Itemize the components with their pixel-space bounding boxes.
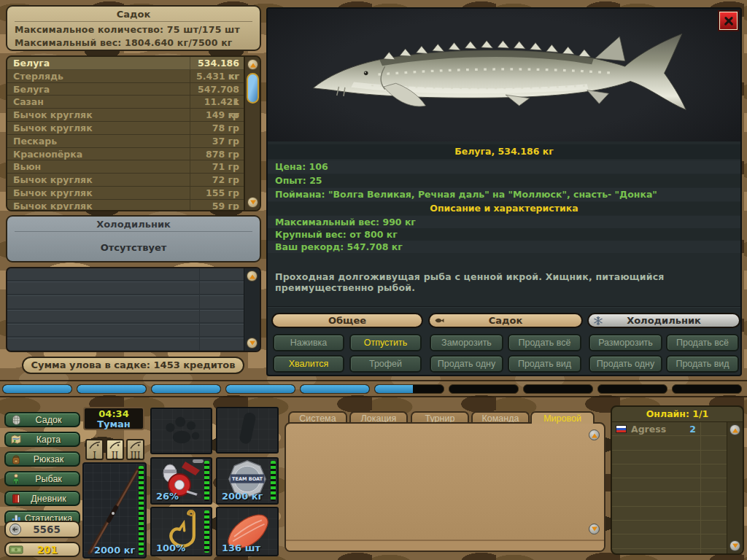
fish-row[interactable]: Бычок кругляк72 гр <box>7 174 244 187</box>
scroll-thumb[interactable] <box>247 73 259 104</box>
keepnet-max-count: Максимальное количество: 75 шт/175 шт <box>15 24 252 35</box>
fish-row[interactable]: Белуга534.186 кг <box>7 57 244 70</box>
tab-common[interactable]: Общее <box>271 313 423 328</box>
sell-all-keepnet-button[interactable]: Продать всё <box>508 334 581 351</box>
fish-rows: Белуга534.186 кг Стерлядь5.431 кг Белуга… <box>7 57 244 210</box>
chat-input[interactable] <box>286 540 604 551</box>
slot-empty-tube[interactable] <box>216 407 279 454</box>
table-row[interactable] <box>7 296 244 310</box>
chat-panel <box>285 422 605 552</box>
money-counter[interactable]: 201 <box>4 542 80 557</box>
sidebar-item-diary[interactable]: Дневник <box>4 491 80 506</box>
fridge-table-rows <box>7 268 244 351</box>
sidebar-item-keepnet[interactable]: Садок <box>4 412 80 427</box>
scroll-up-button[interactable] <box>247 271 258 281</box>
triangle-down-icon <box>732 543 738 548</box>
fish-row[interactable]: Краснопёрка878 гр <box>7 148 244 161</box>
divider <box>0 396 747 397</box>
rod-slot[interactable]: 2000 кг <box>82 462 147 559</box>
column-divider <box>199 268 200 351</box>
fish-row[interactable]: Стерлядь5.431 кг <box>7 70 244 83</box>
rod-tab-1[interactable]: I <box>85 439 104 460</box>
fish-row[interactable]: Бычок кругляк59 гр <box>7 200 244 211</box>
sell-one-fridge-button[interactable]: Продать одну <box>589 355 662 373</box>
online-scrollbar[interactable] <box>727 422 743 553</box>
slot-hook[interactable]: 100% <box>150 507 212 556</box>
fish-row[interactable]: Сазан11.421 кг <box>7 96 244 109</box>
close-button[interactable] <box>719 12 738 30</box>
slot-reel[interactable]: 26% <box>150 457 212 505</box>
scroll-up-button[interactable] <box>729 424 740 435</box>
chat-scroll-down-button[interactable] <box>589 524 600 534</box>
banknote-icon <box>9 544 23 556</box>
online-panel: Онлайн: 1/1 Agress 2 <box>611 405 744 555</box>
tab-fridge[interactable]: Холодильник <box>587 313 740 328</box>
triangle-up-icon <box>592 433 597 438</box>
online-player-row[interactable]: Agress <box>612 422 727 436</box>
brag-button[interactable]: Хвалится <box>273 355 344 373</box>
table-row[interactable] <box>7 282 244 296</box>
fridge-status: Отсутствует <box>15 242 252 253</box>
sidebar-item-fisherman[interactable]: Рыбак <box>4 471 80 486</box>
line-capacity-label: 2000 кг <box>222 491 263 502</box>
fish-row[interactable]: Пескарь37 гр <box>7 135 244 148</box>
scroll-up-button[interactable] <box>247 59 258 70</box>
table-row[interactable] <box>7 311 244 324</box>
unfreeze-button[interactable]: Разморозить <box>589 334 662 351</box>
sidebar-item-backpack[interactable]: Рюкзак <box>4 451 80 467</box>
online-empty-row <box>612 534 727 548</box>
online-empty-row <box>612 492 727 506</box>
fish-big-weight: Крупный вес: от 800 кг <box>268 228 740 241</box>
hook-condition-label: 100% <box>156 542 185 553</box>
release-button[interactable]: Отпустить <box>349 334 422 351</box>
game-screen: Садок Максимальное количество: 75 шт/175… <box>0 0 747 560</box>
slot-bait-fillet[interactable]: 136 шт <box>216 507 279 556</box>
sell-kind-fridge-button[interactable]: Продать вид <box>666 355 739 373</box>
tab-keepnet[interactable]: Садок <box>428 313 583 328</box>
sell-one-keepnet-button[interactable]: Продать одну <box>430 355 503 373</box>
fish-detail-panel: Белуга, 534.186 кг Цена: 106 Опыт: 25 По… <box>266 7 742 376</box>
fish-row[interactable]: Бычок кругляк149 гр <box>7 109 244 122</box>
snowflake-icon <box>593 316 603 326</box>
freeze-button[interactable]: Заморозить <box>430 334 503 351</box>
credits-counter[interactable]: 5565 <box>4 521 80 538</box>
fish-row[interactable]: Бычок кругляк155 гр <box>7 187 244 200</box>
fish-row[interactable]: Бычок кругляк78 гр <box>7 122 244 135</box>
table-row[interactable] <box>7 324 244 338</box>
fish-row[interactable]: Вьюн71 гр <box>7 160 244 174</box>
fish-title: Белуга, 534.186 кг <box>268 144 740 159</box>
chat-scroll-up-button[interactable] <box>589 429 600 440</box>
bait-button[interactable]: Наживка <box>273 334 344 351</box>
keepnet-icon <box>9 414 23 426</box>
column-divider <box>700 422 701 553</box>
sidebar-item-map[interactable]: Карта <box>4 432 80 447</box>
fridge-table-scrollbar[interactable] <box>244 268 260 351</box>
fish-row[interactable]: Белуга547.708 к <box>7 83 244 96</box>
bait-count-label: 136 шт <box>222 542 260 553</box>
empty-bait-ghost-icon <box>156 411 207 448</box>
durability-bar <box>139 466 144 555</box>
fish-list-scrollbar[interactable] <box>244 57 260 210</box>
rod-tab-2[interactable]: II <box>106 439 124 460</box>
slot-fishing-line[interactable]: TEAM BOAT 2000 кг <box>216 457 279 505</box>
trophy-button[interactable]: Трофей <box>349 355 422 373</box>
table-row[interactable] <box>7 268 244 282</box>
table-row[interactable] <box>7 338 244 352</box>
rod-tab-3[interactable]: III <box>126 439 144 460</box>
chat-tab-world[interactable]: Мировой <box>530 411 595 424</box>
triangle-up-icon <box>250 63 256 67</box>
fish-record: Ваш рекорд: 547.708 кг <box>268 241 740 253</box>
scroll-down-button[interactable] <box>247 338 258 349</box>
sturgeon-image <box>303 19 711 134</box>
empty-tube-ghost-icon <box>225 408 269 449</box>
scroll-down-button[interactable] <box>247 197 258 208</box>
sell-all-fridge-button[interactable]: Продать всё <box>666 334 739 351</box>
scroll-down-button[interactable] <box>729 540 740 551</box>
durability-bar <box>271 461 276 501</box>
divider <box>0 380 747 381</box>
online-empty-row <box>612 507 727 521</box>
slot-empty-bait[interactable] <box>150 408 212 454</box>
sell-kind-keepnet-button[interactable]: Продать вид <box>508 355 581 373</box>
online-empty-row <box>612 464 727 478</box>
xp-segment <box>77 384 147 394</box>
